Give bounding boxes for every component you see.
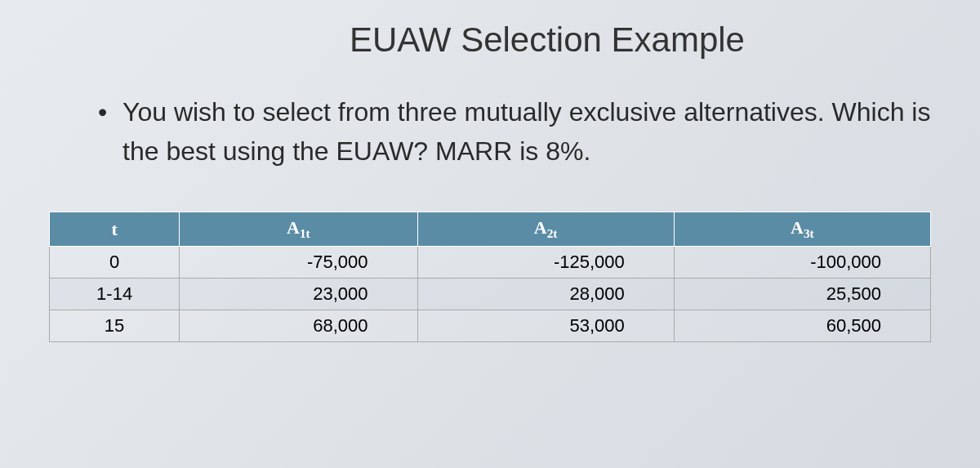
header-a3: A3t [674,212,930,247]
slide-container: EUAW Selection Example You wish to selec… [49,20,931,456]
slide-title: EUAW Selection Example [163,20,931,60]
table-row: 1-14 23,000 28,000 25,500 [50,279,931,310]
cell-a1: 68,000 [180,310,417,342]
cell-t: 1-14 [50,279,180,310]
header-t: t [50,212,180,247]
table-row: 0 -75,000 -125,000 -100,000 [50,247,931,279]
cell-a3: 60,500 [674,310,930,342]
cell-t: 15 [50,310,180,342]
cell-a1: 23,000 [180,279,417,310]
cell-a1: -75,000 [180,247,417,279]
cell-a3: -100,000 [674,247,930,279]
header-a2: A2t [417,212,674,247]
table-row: 15 68,000 53,000 60,500 [50,310,931,342]
bullet-text: You wish to select from three mutually e… [98,92,931,171]
cell-a2: 53,000 [417,310,674,342]
bullet-section: You wish to select from three mutually e… [98,92,931,171]
cell-a3: 25,500 [674,279,930,310]
cell-t: 0 [50,247,180,279]
data-table: t A1t A2t A3t 0 -75,000 -125,000 -100,00… [49,212,931,342]
cell-a2: 28,000 [417,279,674,310]
header-a1: A1t [180,212,417,247]
table-header-row: t A1t A2t A3t [50,212,931,247]
cell-a2: -125,000 [417,247,674,279]
